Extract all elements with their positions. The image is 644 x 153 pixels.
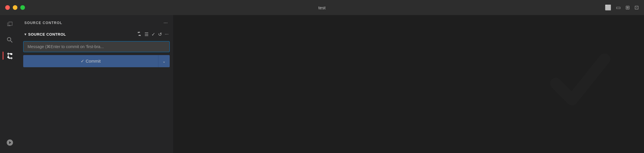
more-icon[interactable]: ··· xyxy=(165,32,169,37)
activity-bar-bottom xyxy=(3,136,17,153)
chevron-down-icon[interactable]: ▾ xyxy=(24,32,26,37)
commit-dropdown-button[interactable]: ⌄ xyxy=(158,55,170,67)
source-control-section: ▾ SOURCE CONTROL ☰ ✓ ↺ xyxy=(20,30,173,67)
commit-button[interactable]: ✓ Commit xyxy=(23,55,158,67)
copy-icon xyxy=(6,21,14,28)
watermark-logo xyxy=(540,43,621,125)
window-title: test xyxy=(319,5,326,10)
sidebar: SOURCE CONTROL ··· ▾ SOURCE CONTROL xyxy=(20,15,173,153)
refresh-icon[interactable]: ↺ xyxy=(158,32,162,37)
svg-point-1 xyxy=(7,56,9,58)
sidebar-toggle-icon[interactable]: ⬜ xyxy=(605,4,611,11)
branch-icon[interactable] xyxy=(137,31,142,37)
sidebar-header: SOURCE CONTROL ··· xyxy=(20,15,173,30)
sidebar-title: SOURCE CONTROL xyxy=(24,21,62,25)
sidebar-header-actions: ··· xyxy=(163,19,169,27)
sc-section-icons: ☰ ✓ ↺ ··· xyxy=(137,31,169,37)
editor-area xyxy=(173,15,644,153)
sc-section-title: SOURCE CONTROL xyxy=(28,32,66,37)
activity-bar-item-search[interactable] xyxy=(3,33,17,47)
customize-layout-icon[interactable]: ⊡ xyxy=(634,4,639,11)
check-icon[interactable]: ✓ xyxy=(151,32,155,37)
commit-message-input[interactable] xyxy=(23,41,170,52)
title-bar-controls: ⬜ ▭ ⊞ ⊡ xyxy=(605,4,639,11)
search-icon xyxy=(6,36,14,44)
svg-point-0 xyxy=(10,53,12,55)
source-control-icon xyxy=(6,52,14,59)
title-bar: test ⬜ ▭ ⊞ ⊡ xyxy=(0,0,644,15)
activity-bar-item-source-control[interactable] xyxy=(3,49,17,63)
run-debug-icon xyxy=(6,139,14,146)
list-icon[interactable]: ☰ xyxy=(144,32,149,37)
maximize-button[interactable] xyxy=(20,5,25,10)
layout-icon[interactable]: ⊞ xyxy=(625,4,630,11)
panel-toggle-icon[interactable]: ▭ xyxy=(616,4,621,11)
activity-bar-item-explorer[interactable] xyxy=(3,17,17,31)
activity-bar xyxy=(0,15,20,153)
minimize-button[interactable] xyxy=(13,5,17,10)
close-button[interactable] xyxy=(5,5,10,10)
sc-section-header: ▾ SOURCE CONTROL ☰ ✓ ↺ xyxy=(23,30,170,39)
commit-button-area: ✓ Commit ⌄ xyxy=(23,55,170,67)
sidebar-more-button[interactable]: ··· xyxy=(163,19,169,27)
traffic-lights xyxy=(5,5,25,10)
activity-bar-item-run[interactable] xyxy=(3,136,17,150)
sc-section-header-left: ▾ SOURCE CONTROL xyxy=(24,32,66,37)
main-layout: SOURCE CONTROL ··· ▾ SOURCE CONTROL xyxy=(0,15,644,153)
